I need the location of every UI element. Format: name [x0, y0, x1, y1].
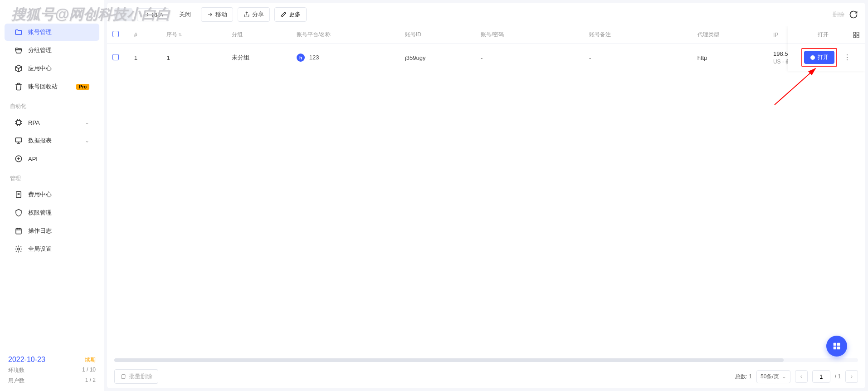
footer: 批量删除 总数: 1 50条/页 ⌄ ‹ / 1 ›: [107, 365, 865, 388]
horizontal-scrollbar[interactable]: [114, 358, 858, 362]
sidebar-footer: 2022-10-23 续期 环境数 1 / 10 用户数 1 / 2: [0, 349, 104, 391]
svg-point-5: [18, 248, 20, 250]
page-size-select[interactable]: 50条/页 ⌄: [756, 370, 790, 383]
close-button[interactable]: 关闭: [174, 8, 196, 21]
total-label: 总数: 1: [735, 373, 752, 381]
sidebar-item-recycle[interactable]: 账号回收站 Pro: [5, 78, 99, 95]
row-more-icon[interactable]: ⋮: [842, 51, 853, 64]
browser-icon: [810, 55, 815, 60]
open-label: 打开: [818, 54, 829, 61]
api-icon: [15, 155, 23, 163]
sort-icon: ⇅: [178, 32, 182, 37]
cube-icon: [15, 64, 23, 73]
sidebar-item-settings[interactable]: 全局设置: [5, 240, 99, 258]
prev-page-button[interactable]: ‹: [795, 370, 808, 383]
cell-remark: -: [584, 44, 692, 72]
scrollbar-thumb[interactable]: [114, 358, 784, 362]
main-panel: RPA 关闭 移动 分享 更多 删除: [107, 3, 865, 388]
refresh-button[interactable]: [849, 10, 858, 19]
chip-icon: [143, 11, 149, 18]
action-column: 打开 打开 ⋮: [788, 26, 865, 71]
platform-icon: h: [297, 54, 305, 62]
sidebar-section-management: 管理: [0, 168, 104, 185]
sidebar-item-reports[interactable]: 数据报表 ⌄: [5, 132, 99, 149]
fab-button[interactable]: [826, 336, 847, 357]
row-checkbox[interactable]: [112, 54, 119, 60]
sidebar-item-logs[interactable]: 操作日志: [5, 222, 99, 239]
page-size-value: 50条/页: [761, 373, 779, 381]
svg-rect-1: [15, 138, 22, 142]
col-proxy: 代理类型: [692, 26, 768, 44]
renew-link[interactable]: 续期: [85, 356, 96, 364]
svg-rect-15: [834, 347, 836, 349]
sidebar: 账号管理 分组管理 应用中心 账号回收站 Pro: [0, 0, 104, 391]
gear-icon: [15, 245, 23, 253]
col-group: 分组: [226, 26, 291, 44]
move-button[interactable]: 移动: [201, 7, 233, 22]
sidebar-item-api[interactable]: API: [5, 150, 99, 167]
pro-badge: Pro: [76, 84, 89, 90]
env-label: 环境数: [8, 367, 24, 374]
edit-icon: [280, 11, 287, 18]
select-all-checkbox[interactable]: [112, 31, 119, 37]
sidebar-label: 操作日志: [28, 227, 89, 235]
rpa-button[interactable]: RPA: [137, 8, 169, 21]
toolbar-placeholder-button[interactable]: [114, 8, 132, 21]
sidebar-item-groups[interactable]: 分组管理: [5, 42, 99, 59]
close-label: 关闭: [179, 10, 191, 19]
open-header: 打开: [794, 31, 853, 39]
expiry-date: 2022-10-23: [8, 356, 45, 364]
monitor-icon: [15, 137, 23, 145]
sidebar-label: 全局设置: [28, 245, 89, 253]
table-row[interactable]: 1 1 未分组 h 123 j359ugy - - http 198.55.11…: [107, 44, 865, 72]
svg-rect-6: [145, 13, 148, 16]
expiry-date-row: 2022-10-23 续期: [8, 356, 96, 364]
sidebar-item-billing[interactable]: 费用中心: [5, 186, 99, 203]
col-id: 账号ID: [400, 26, 475, 44]
batch-delete-button[interactable]: 批量删除: [114, 369, 158, 384]
col-platform: 账号平台/名称: [291, 26, 400, 44]
col-pwd: 账号/密码: [475, 26, 584, 44]
trash-icon: [120, 373, 127, 380]
cell-group: 未分组: [226, 44, 291, 72]
sidebar-item-apps[interactable]: 应用中心: [5, 60, 99, 77]
chevron-down-icon: ⌄: [782, 373, 786, 380]
sidebar-label: API: [28, 156, 89, 162]
page-input[interactable]: [812, 370, 830, 383]
svg-rect-10: [857, 35, 859, 38]
sidebar-item-permissions[interactable]: 权限管理: [5, 204, 99, 221]
cell-proxy: http: [692, 44, 768, 72]
cell-num: 1: [129, 44, 161, 72]
chevron-down-icon: ⌄: [85, 137, 89, 144]
col-remark: 账号备注: [584, 26, 692, 44]
svg-point-11: [810, 55, 815, 60]
open-button[interactable]: 打开: [804, 51, 834, 64]
folder-icon: [15, 28, 23, 36]
sidebar-item-rpa[interactable]: RPA ⌄: [5, 114, 99, 131]
sidebar-section-automation: 自动化: [0, 96, 104, 113]
sidebar-item-accounts[interactable]: 账号管理: [5, 24, 99, 41]
app-root: 账号管理 分组管理 应用中心 账号回收站 Pro: [0, 0, 868, 391]
folder-open-icon: [15, 46, 23, 54]
sidebar-label: RPA: [28, 119, 79, 126]
batch-delete-label: 批量删除: [129, 372, 152, 381]
toolbar: RPA 关闭 移动 分享 更多 删除: [107, 3, 865, 26]
share-button[interactable]: 分享: [238, 7, 270, 22]
sidebar-label: 应用中心: [28, 64, 89, 73]
table-wrap: # 序号⇅ 分组 账号平台/名称 账号ID 账号/密码 账号备注 代理类型 IP: [107, 26, 865, 358]
grid-view-icon[interactable]: [853, 31, 860, 39]
delete-link[interactable]: 删除: [833, 10, 844, 19]
next-page-button[interactable]: ›: [845, 370, 858, 383]
calendar-icon: [15, 227, 23, 235]
platform-name: 123: [309, 54, 319, 61]
cell-id: j359ugy: [400, 44, 475, 72]
svg-rect-16: [837, 347, 840, 349]
more-button[interactable]: 更多: [274, 7, 307, 22]
cell-seq: 1: [161, 44, 226, 72]
receipt-icon: [15, 191, 23, 199]
refresh-icon: [849, 10, 858, 19]
col-seq[interactable]: 序号⇅: [161, 26, 226, 44]
chip-icon: [15, 118, 23, 127]
move-label: 移动: [215, 10, 227, 19]
cell-pwd: -: [475, 44, 584, 72]
